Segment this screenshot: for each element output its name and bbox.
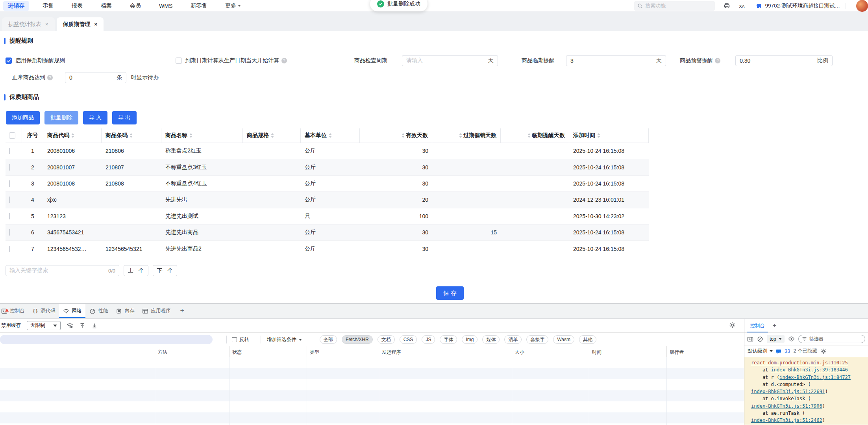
type-filter-Img[interactable]: Img bbox=[462, 335, 477, 344]
net-column-大小[interactable]: 大小 bbox=[515, 349, 524, 356]
console-settings-gear-icon[interactable] bbox=[820, 348, 827, 354]
add-filter-dropdown[interactable]: 增加筛选条件 bbox=[267, 333, 302, 346]
type-filter-清单[interactable]: 清单 bbox=[504, 335, 522, 344]
network-filter-input[interactable] bbox=[0, 335, 213, 344]
column-header-name[interactable]: 商品名称 bbox=[161, 128, 243, 143]
menu-item-更多[interactable]: 更多 bbox=[220, 1, 246, 11]
column-header-spec[interactable]: 商品规格 bbox=[243, 128, 301, 143]
menu-item-会员[interactable]: 会员 bbox=[125, 1, 146, 11]
button-添加商品[interactable]: 添加商品 bbox=[6, 111, 40, 124]
menu-item-新零售[interactable]: 新零售 bbox=[186, 1, 212, 11]
console-filter-input[interactable]: 筛选器 bbox=[798, 335, 865, 343]
column-header-unit[interactable]: 基本单位 bbox=[301, 128, 360, 143]
column-header-barcode[interactable]: 商品条码 bbox=[102, 128, 161, 143]
column-header-no[interactable]: 序号 bbox=[22, 128, 43, 143]
source-link[interactable]: index-BhkGTn3i.js:39:183446 bbox=[771, 367, 848, 373]
devtools-more-tabs-button[interactable]: + bbox=[174, 304, 190, 318]
export-har-icon[interactable] bbox=[91, 323, 98, 329]
net-column-方法[interactable]: 方法 bbox=[158, 349, 167, 356]
column-header-valid[interactable]: 有效天数 bbox=[360, 128, 432, 143]
warning-input[interactable]: 0.30 比例 bbox=[735, 55, 833, 66]
network-settings-gear-icon[interactable] bbox=[729, 322, 736, 328]
page-tab-保质期管理[interactable]: 保质期管理× bbox=[57, 17, 104, 31]
search-input[interactable]: 搜索功能 bbox=[634, 1, 715, 11]
type-filter-字体[interactable]: 字体 bbox=[440, 335, 457, 344]
source-link[interactable]: index-BhkGTn3i.js:51:2462 bbox=[751, 418, 822, 423]
row-checkbox[interactable] bbox=[9, 246, 10, 252]
import-har-icon[interactable] bbox=[79, 323, 85, 329]
net-column-类型[interactable]: 类型 bbox=[310, 349, 319, 356]
net-column-履行者[interactable]: 履行者 bbox=[670, 349, 684, 356]
type-filter-Fetch/XHR[interactable]: Fetch/XHR bbox=[342, 335, 373, 344]
button-导出[interactable]: 导 出 bbox=[112, 111, 137, 124]
console-sidebar-toggle-icon[interactable] bbox=[747, 336, 753, 342]
save-button[interactable]: 保 存 bbox=[436, 286, 464, 300]
net-column-时间[interactable]: 时间 bbox=[592, 349, 601, 356]
help-icon[interactable]: ? bbox=[281, 58, 287, 63]
menu-item-WMS[interactable]: WMS bbox=[154, 2, 177, 10]
devtools-tab-内存[interactable]: 内存 bbox=[112, 304, 138, 318]
row-checkbox[interactable] bbox=[9, 180, 10, 187]
source-link[interactable]: index-BhkGTn3i.js:51:7906 bbox=[751, 403, 822, 409]
menu-item-进销存[interactable]: 进销存 bbox=[3, 1, 29, 11]
network-conditions-icon[interactable] bbox=[67, 322, 73, 329]
keyword-search-input[interactable]: 输入关键字搜索 0/0 bbox=[6, 265, 119, 276]
column-header-added[interactable]: 添加时间 bbox=[569, 128, 649, 143]
type-filter-其他[interactable]: 其他 bbox=[579, 335, 596, 344]
menu-item-零售[interactable]: 零售 bbox=[38, 1, 58, 11]
printer-icon[interactable] bbox=[724, 2, 730, 9]
devtools-tab-性能[interactable]: 性能 bbox=[85, 304, 112, 318]
devtools-tab-网络[interactable]: 网络 bbox=[59, 304, 85, 318]
button-导入[interactable]: 导 入 bbox=[83, 111, 107, 124]
devtools-tab-源代码[interactable]: {}源代码 bbox=[29, 304, 59, 318]
type-filter-JS[interactable]: JS bbox=[422, 335, 435, 344]
menu-item-档案[interactable]: 档案 bbox=[96, 1, 117, 11]
source-link[interactable]: index-BhkGTn3i.js:51:22691 bbox=[751, 389, 825, 394]
enable-rule-checkbox[interactable] bbox=[6, 58, 12, 64]
close-icon[interactable]: × bbox=[45, 21, 48, 27]
row-checkbox[interactable] bbox=[9, 213, 10, 219]
column-header-overdue[interactable]: 过期催销天数 bbox=[432, 128, 501, 143]
type-filter-文档[interactable]: 文档 bbox=[378, 335, 395, 344]
column-header-remind[interactable]: 临期提醒天数 bbox=[501, 128, 569, 143]
page-tab-损益统计报表[interactable]: 损益统计报表× bbox=[2, 17, 55, 31]
help-icon[interactable]: ? bbox=[47, 75, 53, 80]
due-date-checkbox[interactable] bbox=[176, 58, 182, 64]
source-link[interactable]: react-dom.production.min.js:110:25 bbox=[751, 360, 848, 366]
normal-goods-input[interactable]: 0 条 bbox=[65, 72, 126, 83]
throttling-select[interactable]: 无限制 bbox=[27, 321, 61, 330]
next-match-button[interactable]: 下一个 bbox=[153, 265, 178, 276]
invert-checkbox[interactable] bbox=[232, 337, 237, 342]
execution-context-select[interactable]: top bbox=[767, 335, 785, 343]
hidden-messages-label[interactable]: 2 个已隐藏 bbox=[793, 348, 817, 354]
devtools-tab-应用程序[interactable]: 应用程序 bbox=[138, 304, 174, 318]
type-filter-媒体[interactable]: 媒体 bbox=[482, 335, 500, 344]
help-icon[interactable]: ? bbox=[715, 58, 720, 63]
avatar[interactable] bbox=[856, 0, 868, 12]
column-header-code[interactable]: 商品代码 bbox=[43, 128, 102, 143]
devtools-tab-控制台[interactable]: 控制台 bbox=[0, 304, 29, 318]
translate-icon[interactable]: xA bbox=[739, 2, 744, 9]
menu-item-报表[interactable]: 报表 bbox=[67, 1, 87, 11]
net-column-状态[interactable]: 状态 bbox=[232, 349, 242, 356]
clear-console-icon[interactable] bbox=[757, 336, 763, 342]
row-checkbox[interactable] bbox=[9, 197, 10, 203]
type-filter-CSS[interactable]: CSS bbox=[400, 335, 417, 344]
net-column-发起程序[interactable]: 发起程序 bbox=[382, 349, 401, 356]
type-filter-全部[interactable]: 全部 bbox=[320, 335, 337, 344]
button-批量删除[interactable]: 批量删除 bbox=[44, 111, 78, 124]
type-filter-套接字[interactable]: 套接字 bbox=[526, 335, 548, 344]
drawer-tab-console[interactable]: 控制台 bbox=[747, 319, 768, 332]
store-selector[interactable]: 99702-测试环境商超接口测试… bbox=[756, 2, 840, 9]
row-checkbox[interactable] bbox=[9, 164, 10, 171]
disable-cache-label[interactable]: 禁用缓存 bbox=[1, 322, 21, 329]
select-all-checkbox[interactable] bbox=[9, 132, 15, 139]
source-link[interactable]: index-BhkGTn3i.js:1:84727 bbox=[779, 375, 851, 380]
row-checkbox[interactable] bbox=[9, 148, 10, 154]
drawer-add-tab-button[interactable]: + bbox=[768, 319, 781, 332]
live-expression-eye-icon[interactable] bbox=[788, 336, 795, 342]
check-cycle-input[interactable]: 请输入 天 bbox=[402, 55, 498, 66]
close-icon[interactable]: × bbox=[94, 21, 98, 27]
near-expiry-input[interactable]: 3 天 bbox=[566, 55, 666, 66]
row-checkbox[interactable] bbox=[9, 229, 10, 236]
